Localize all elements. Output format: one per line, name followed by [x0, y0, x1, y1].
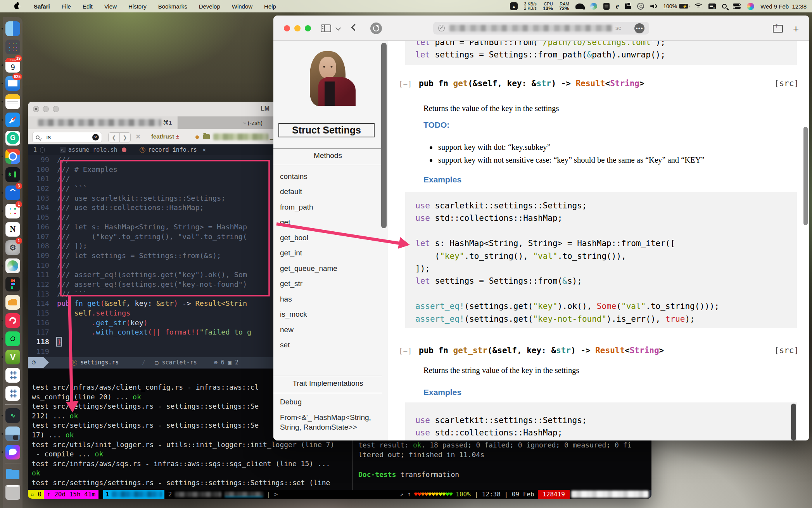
reload-button[interactable]	[370, 23, 382, 34]
dock-terminal[interactable]: $ ▌	[4, 165, 21, 184]
dock-activity-monitor[interactable]: ∿	[4, 406, 21, 425]
volume-icon[interactable]	[650, 4, 657, 8]
zoom-button[interactable]	[53, 106, 59, 112]
close-button[interactable]	[33, 106, 39, 112]
src-link[interactable]: [src]	[774, 346, 799, 355]
chevron-down-icon[interactable]	[335, 25, 341, 31]
dock-launchpad[interactable]	[4, 38, 21, 56]
buffer-tab-record-info[interactable]: record_info.rs	[148, 146, 197, 153]
codeblock-scrollbar[interactable]	[791, 404, 796, 440]
address-bar[interactable]: sc ●●●	[433, 22, 649, 35]
menu-view[interactable]: View	[98, 3, 123, 10]
close-buffer-icon[interactable]: ✕	[202, 146, 206, 153]
src-link[interactable]: [src]	[774, 79, 799, 88]
dock-jira[interactable]: 3	[4, 184, 21, 202]
control-center-icon[interactable]	[733, 3, 741, 9]
menu-develop[interactable]: Develop	[193, 3, 226, 10]
close-search-icon[interactable]: ✕	[135, 133, 141, 141]
method-link-contains[interactable]: contains	[280, 169, 337, 184]
collapse-toggle-icon[interactable]: [−]	[399, 80, 412, 88]
clear-search-icon[interactable]: ✕	[92, 134, 99, 140]
dock-grammarly[interactable]	[4, 129, 21, 147]
dock-downloads[interactable]	[4, 465, 21, 483]
zoom-status-icon[interactable]	[637, 3, 644, 10]
notes-status-icon[interactable]	[603, 3, 610, 10]
sidebar-scrollbar[interactable]	[381, 43, 387, 228]
dock-system-preferences[interactable]: ⚙1	[4, 238, 21, 257]
dock-chrome[interactable]	[4, 147, 21, 165]
dock-authy[interactable]	[4, 311, 21, 329]
buffer-index: 1	[33, 146, 37, 153]
method-link-is_mock[interactable]: is_mock	[280, 307, 337, 322]
dock-trash[interactable]	[4, 483, 21, 501]
dock-hadoop[interactable]	[4, 293, 21, 311]
menu-bookmarks[interactable]: Bookmarks	[152, 3, 193, 10]
method-link-get[interactable]: get	[280, 215, 337, 231]
code-example-get-str: use scarletkit::settings::Settings;use s…	[405, 402, 797, 440]
close-button[interactable]	[284, 25, 290, 31]
share-icon[interactable]	[773, 23, 781, 33]
method-link-get_bool[interactable]: get_bool	[280, 230, 337, 246]
tmux-window-1[interactable]: 1	[103, 490, 164, 499]
tmux-window-2[interactable]: 2| >	[164, 491, 282, 498]
wifi-icon[interactable]	[695, 3, 702, 9]
anyconnect-icon[interactable]	[590, 3, 597, 10]
page-scrollbar[interactable]	[803, 127, 808, 225]
method-link-get_str[interactable]: get_str	[280, 276, 337, 292]
search-nav-buttons[interactable]: ❮❯	[108, 132, 131, 142]
method-link-from_path[interactable]: from_path	[280, 199, 337, 215]
method-link-get_queue_name[interactable]: get_queue_name	[280, 261, 337, 276]
menu-safari[interactable]: Safari	[28, 3, 56, 10]
dropover-icon[interactable]: ▲	[510, 2, 518, 10]
running-indicator	[2, 415, 3, 416]
back-button[interactable]	[351, 24, 358, 31]
dock-tableau[interactable]	[4, 366, 21, 384]
dock-notes[interactable]	[4, 92, 21, 111]
menu-window[interactable]: Window	[226, 3, 258, 10]
ide-tab-active[interactable]: ⌘1	[28, 116, 178, 129]
dock-calendar[interactable]: FEB919	[4, 56, 21, 74]
dock-figma[interactable]	[4, 275, 21, 293]
method-link-get_int[interactable]: get_int	[280, 246, 337, 261]
apple-icon[interactable]	[14, 3, 19, 9]
evernote-icon[interactable]: e	[616, 2, 619, 10]
menu-help[interactable]: Help	[258, 3, 282, 10]
more-options-icon[interactable]: ●●●	[634, 23, 644, 33]
dock-notion[interactable]: N	[4, 220, 21, 238]
zoom-button[interactable]	[305, 25, 311, 31]
minimize-button[interactable]	[43, 106, 49, 112]
code-editor[interactable]: 99///100/// # Examples101///102/// ```10…	[28, 155, 301, 357]
dock-vagrant[interactable]: V	[4, 348, 21, 366]
dock-tableau-2[interactable]	[4, 384, 21, 402]
spotlight-icon[interactable]	[722, 4, 727, 9]
dock-anyconnect[interactable]	[4, 257, 21, 275]
menubar-status: ▲ 3 KB/s2 KB/s CPU13% RAM72% e 100%⚡ Wed…	[510, 2, 812, 10]
sidebar-toggle-icon[interactable]	[321, 24, 331, 32]
dock-finder[interactable]	[4, 19, 21, 38]
method-link-default[interactable]: default	[280, 184, 337, 200]
search-input[interactable]: ⌄ is ✕	[32, 132, 102, 142]
battery-indicator[interactable]: 100%⚡	[663, 3, 688, 9]
siri-icon[interactable]	[747, 3, 754, 10]
menu-edit[interactable]: Edit	[77, 3, 98, 10]
trait-debug-link[interactable]: Debug	[280, 398, 302, 406]
method-link-set[interactable]: set	[280, 338, 337, 353]
buffer-tab-assume-role[interactable]: assume_role.sh	[68, 146, 117, 153]
dock-mail[interactable]: 825	[4, 74, 21, 92]
collapse-toggle-icon[interactable]: [−]	[399, 347, 412, 355]
input-source-icon[interactable]	[708, 3, 716, 9]
menu-history[interactable]: History	[123, 3, 152, 10]
clipboard-icon[interactable]	[625, 3, 631, 9]
dock-messenger[interactable]	[4, 443, 21, 461]
method-link-new[interactable]: new	[280, 322, 337, 338]
dock-safari[interactable]	[4, 111, 21, 129]
new-tab-icon[interactable]: +	[793, 23, 799, 35]
dock-preview[interactable]	[4, 425, 21, 443]
dock-spotify[interactable]	[4, 329, 21, 348]
postgres-icon[interactable]	[575, 3, 584, 9]
dock-slack[interactable]: 1	[4, 202, 21, 220]
minimize-button[interactable]	[294, 25, 301, 31]
menu-file[interactable]: File	[56, 3, 77, 10]
trait-from-link[interactable]: From<&'_ HashMap<String,String, RandomSt…	[280, 413, 371, 432]
method-link-has[interactable]: has	[280, 291, 337, 307]
